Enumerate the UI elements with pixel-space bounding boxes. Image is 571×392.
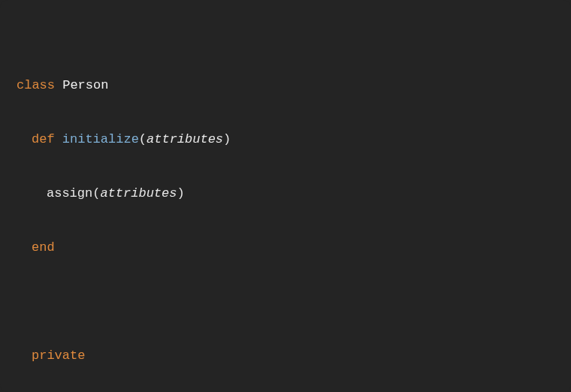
param-attributes: attributes <box>147 132 223 146</box>
code-block: class Person def initialize(attributes) … <box>0 0 571 392</box>
code-line-1: class Person <box>17 72 554 99</box>
call-assign: assign( <box>47 186 100 201</box>
code-line-4: end <box>17 234 554 261</box>
keyword-def: def <box>32 132 55 146</box>
arg-attributes: attributes <box>100 186 177 201</box>
class-name: Person <box>62 78 108 92</box>
method-initialize: initialize <box>62 132 139 146</box>
keyword-class: class <box>17 78 55 92</box>
code-line-6: private <box>17 342 554 369</box>
code-line-3: assign(attributes) <box>17 180 554 207</box>
keyword-private: private <box>32 348 85 363</box>
code-line-2: def initialize(attributes) <box>17 126 554 153</box>
keyword-end: end <box>32 240 55 255</box>
code-blank-line <box>17 288 554 315</box>
